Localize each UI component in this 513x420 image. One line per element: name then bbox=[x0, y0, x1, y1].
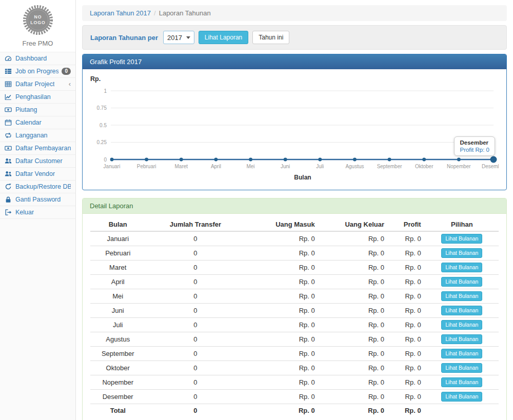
page-wrapper: NO LOGO Free PMO Dashboard Job on Progre… bbox=[0, 0, 513, 420]
profit-chart-panel: Grafik Profit 2017 Rp. 00.250.50.751Janu… bbox=[82, 54, 507, 190]
breadcrumb-link-laporan-tahun[interactable]: Laporan Tahun 2017 bbox=[90, 9, 151, 17]
sidebar-item-label: Keluar bbox=[15, 209, 34, 216]
sidebar-item-keluar[interactable]: Keluar bbox=[0, 206, 75, 218]
sidebar-item-label: Ganti Password bbox=[15, 196, 61, 203]
table-row: Maret 0 Rp. 0 Rp. 0 Rp. 0 Lihat Bulanan bbox=[90, 261, 499, 275]
lihat-bulanan-button[interactable]: Lihat Bulanan bbox=[441, 377, 482, 387]
sidebar-item-calendar[interactable]: Calendar bbox=[0, 116, 75, 129]
cell-profit: Rp. 0 bbox=[388, 390, 425, 404]
cell-pilihan: Lihat Bulanan bbox=[425, 332, 499, 347]
data-point bbox=[353, 158, 357, 162]
cell-bulan: Pebruari bbox=[90, 246, 145, 261]
lihat-bulanan-button[interactable]: Lihat Bulanan bbox=[441, 234, 482, 244]
retweet-icon bbox=[5, 132, 12, 139]
cell-jumlah-transfer: 0 bbox=[145, 261, 245, 275]
cell-jumlah-transfer: 0 bbox=[145, 375, 245, 390]
sidebar-item-daftar-project[interactable]: Daftar Project ‹ bbox=[0, 78, 75, 90]
cell-uang-keluar: Rp. 0 bbox=[319, 375, 388, 390]
cell-uang-masuk: Rp. 0 bbox=[245, 246, 319, 261]
sidebar-item-job-on-progress[interactable]: Job on Progress 0 bbox=[0, 65, 75, 77]
lihat-bulanan-button[interactable]: Lihat Bulanan bbox=[441, 277, 482, 287]
sidebar-item-piutang[interactable]: Piutang bbox=[0, 104, 75, 116]
detail-table: Bulan Jumlah Transfer Uang Masuk Uang Ke… bbox=[90, 218, 499, 417]
sidebar-item-ganti-password[interactable]: Ganti Password bbox=[0, 193, 75, 206]
sidebar-item-penghasilan[interactable]: Penghasilan bbox=[0, 91, 75, 103]
cell-jumlah-transfer: 0 bbox=[145, 332, 245, 347]
table-row: Juni 0 Rp. 0 Rp. 0 Rp. 0 Lihat Bulanan bbox=[90, 304, 499, 318]
table-total-row: Total 0 Rp. 0 Rp. 0 Rp. 0 bbox=[90, 404, 499, 417]
total-pilihan-empty bbox=[425, 404, 499, 417]
cell-jumlah-transfer: 0 bbox=[145, 390, 245, 404]
lihat-bulanan-button[interactable]: Lihat Bulanan bbox=[441, 363, 482, 373]
lihat-laporan-button[interactable]: Lihat Laporan bbox=[199, 31, 248, 44]
y-tick-label: 0.75 bbox=[97, 105, 107, 111]
lihat-bulanan-button[interactable]: Lihat Bulanan bbox=[441, 392, 482, 402]
cell-profit: Rp. 0 bbox=[388, 289, 425, 304]
table-row: Juli 0 Rp. 0 Rp. 0 Rp. 0 Lihat Bulanan bbox=[90, 318, 499, 332]
detail-panel-body: Bulan Jumlah Transfer Uang Masuk Uang Ke… bbox=[83, 214, 506, 420]
sidebar-item-daftar-vendor[interactable]: Daftar Vendor bbox=[0, 168, 75, 180]
cell-profit: Rp. 0 bbox=[388, 361, 425, 375]
data-point bbox=[284, 158, 287, 162]
no-logo-badge: NO LOGO bbox=[22, 4, 54, 36]
cell-jumlah-transfer: 0 bbox=[145, 246, 245, 261]
total-uang-keluar: Rp. 0 bbox=[319, 404, 388, 417]
total-profit: Rp. 0 bbox=[388, 404, 425, 417]
lihat-bulanan-button[interactable]: Lihat Bulanan bbox=[441, 334, 482, 344]
sidebar-menu-row: Piutang bbox=[0, 103, 75, 116]
cell-uang-keluar: Rp. 0 bbox=[319, 361, 388, 375]
cell-uang-keluar: Rp. 0 bbox=[319, 231, 388, 246]
sidebar-item-langganan[interactable]: Langganan bbox=[0, 129, 75, 142]
cell-uang-keluar: Rp. 0 bbox=[319, 332, 388, 347]
money-icon bbox=[5, 145, 12, 152]
profit-chart: 00.250.50.751JanuariPebruariMaretAprilMe… bbox=[90, 84, 499, 185]
lihat-bulanan-button[interactable]: Lihat Bulanan bbox=[441, 306, 482, 315]
x-tick-label: Agustus bbox=[345, 164, 364, 169]
sidebar-item-label: Daftar Vendor bbox=[15, 170, 55, 177]
sidebar-item-backup-restore-db[interactable]: Backup/Restore DB bbox=[0, 181, 75, 193]
lihat-bulanan-button[interactable]: Lihat Bulanan bbox=[441, 320, 482, 330]
sidebar: NO LOGO Free PMO Dashboard Job on Progre… bbox=[0, 0, 76, 420]
lihat-bulanan-button[interactable]: Lihat Bulanan bbox=[441, 349, 482, 358]
sidebar-menu-row: Langganan bbox=[0, 129, 75, 142]
data-point bbox=[422, 158, 426, 162]
breadcrumb: Laporan Tahun 2017/Laporan Tahunan bbox=[82, 5, 507, 21]
lihat-bulanan-button[interactable]: Lihat Bulanan bbox=[441, 248, 482, 258]
y-tick-label: 0 bbox=[104, 157, 107, 163]
table-header-row: Bulan Jumlah Transfer Uang Masuk Uang Ke… bbox=[90, 218, 499, 231]
col-header-uang-masuk: Uang Masuk bbox=[245, 218, 319, 231]
sidebar-item-dashboard[interactable]: Dashboard bbox=[0, 52, 75, 65]
cell-bulan: Juli bbox=[90, 318, 145, 332]
data-point-highlighted bbox=[490, 156, 497, 163]
y-tick-label: 0.5 bbox=[100, 123, 107, 128]
x-tick-label: Maret bbox=[174, 164, 188, 169]
cell-profit: Rp. 0 bbox=[388, 347, 425, 361]
sidebar-menu-row: Dashboard bbox=[0, 52, 75, 65]
table-row: Desember 0 Rp. 0 Rp. 0 Rp. 0 Lihat Bulan… bbox=[90, 390, 499, 404]
sidebar-item-daftar-pembayaran[interactable]: Daftar Pembayaran bbox=[0, 142, 75, 154]
sign-out-icon bbox=[5, 209, 12, 216]
detail-laporan-panel: Detail Laporan Bulan Jumlah Transfer Uan… bbox=[82, 198, 507, 420]
cell-bulan: April bbox=[90, 275, 145, 289]
chart-tooltip-title: Desember bbox=[460, 139, 489, 146]
data-point bbox=[110, 158, 114, 162]
cell-profit: Rp. 0 bbox=[388, 332, 425, 347]
tahun-ini-button[interactable]: Tahun ini bbox=[252, 31, 289, 44]
cell-profit: Rp. 0 bbox=[388, 318, 425, 332]
table-row: Nopember 0 Rp. 0 Rp. 0 Rp. 0 Lihat Bulan… bbox=[90, 375, 499, 390]
lihat-bulanan-button[interactable]: Lihat Bulanan bbox=[441, 291, 482, 301]
sidebar-item-daftar-customer[interactable]: Daftar Customer bbox=[0, 155, 75, 167]
cell-jumlah-transfer: 0 bbox=[145, 275, 245, 289]
sidebar-item-label: Backup/Restore DB bbox=[15, 183, 71, 190]
chart-body: Rp. 00.250.50.751JanuariPebruariMaretApr… bbox=[83, 69, 506, 190]
cell-profit: Rp. 0 bbox=[388, 304, 425, 318]
lihat-bulanan-button[interactable]: Lihat Bulanan bbox=[441, 263, 482, 272]
line-chart-icon bbox=[5, 93, 12, 101]
table-row: September 0 Rp. 0 Rp. 0 Rp. 0 Lihat Bula… bbox=[90, 347, 499, 361]
x-tick-label: Nopember bbox=[447, 164, 471, 169]
year-select[interactable]: 2017 bbox=[163, 31, 194, 44]
app-logo: NO LOGO Free PMO bbox=[0, 0, 75, 52]
app-name: Free PMO bbox=[0, 39, 75, 47]
users-icon bbox=[5, 157, 12, 165]
data-point bbox=[214, 158, 218, 162]
